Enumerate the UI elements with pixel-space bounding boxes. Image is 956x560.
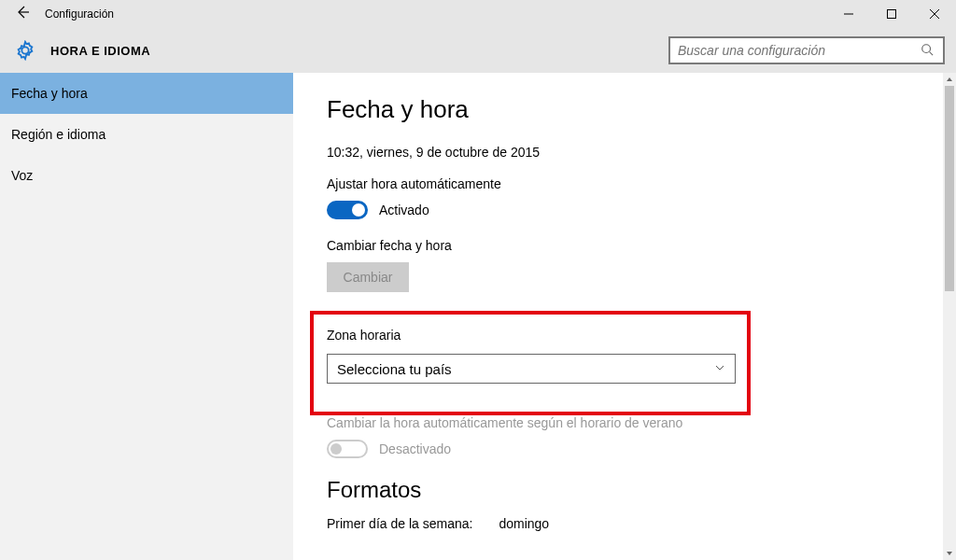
sidebar-item-fecha-hora[interactable]: Fecha y hora bbox=[0, 73, 293, 114]
window-title: Configuración bbox=[45, 7, 114, 21]
formats-heading: Formatos bbox=[327, 477, 943, 503]
scroll-down-arrow[interactable] bbox=[943, 547, 956, 560]
sidebar: Fecha y hora Región e idioma Voz bbox=[0, 73, 293, 560]
svg-line-5 bbox=[930, 52, 934, 56]
scrollbar[interactable] bbox=[943, 73, 956, 560]
page-heading: Fecha y hora bbox=[327, 95, 943, 124]
timezone-highlight: Zona horaria Selecciona tu país bbox=[310, 311, 751, 415]
scroll-up-arrow[interactable] bbox=[943, 73, 956, 86]
change-button: Cambiar bbox=[327, 262, 409, 292]
sidebar-item-region-idioma[interactable]: Región e idioma bbox=[0, 114, 293, 155]
timezone-label: Zona horaria bbox=[327, 328, 734, 343]
close-button[interactable] bbox=[913, 0, 956, 28]
change-datetime-label: Cambiar fecha y hora bbox=[327, 238, 943, 253]
auto-time-toggle[interactable] bbox=[327, 201, 368, 219]
svg-point-4 bbox=[922, 45, 931, 53]
timezone-value: Selecciona tu país bbox=[337, 361, 714, 377]
dst-state: Desactivado bbox=[379, 441, 451, 456]
dst-label: Cambiar la hora automáticamente según el… bbox=[327, 415, 943, 430]
search-box[interactable] bbox=[668, 36, 945, 64]
sidebar-item-label: Voz bbox=[11, 168, 33, 183]
gear-icon bbox=[13, 38, 37, 63]
content-pane: Fecha y hora 10:32, viernes, 9 de octubr… bbox=[293, 73, 943, 560]
section-title: HORA E IDIOMA bbox=[50, 44, 150, 58]
titlebar: Configuración bbox=[0, 0, 956, 28]
auto-time-label: Ajustar hora automáticamente bbox=[327, 176, 943, 191]
chevron-down-icon bbox=[714, 360, 725, 377]
scrollbar-thumb[interactable] bbox=[945, 86, 954, 291]
dst-toggle bbox=[327, 440, 368, 458]
header: HORA E IDIOMA bbox=[0, 28, 956, 73]
search-input[interactable] bbox=[678, 43, 921, 58]
auto-time-state: Activado bbox=[379, 203, 429, 217]
first-day-value: domingo bbox=[499, 516, 549, 531]
search-icon bbox=[921, 43, 935, 58]
minimize-button[interactable] bbox=[827, 0, 870, 28]
sidebar-item-label: Región e idioma bbox=[11, 127, 105, 142]
sidebar-item-label: Fecha y hora bbox=[11, 86, 88, 101]
first-day-label: Primer día de la semana: bbox=[327, 516, 472, 531]
maximize-button[interactable] bbox=[870, 0, 913, 28]
current-datetime: 10:32, viernes, 9 de octubre de 2015 bbox=[327, 145, 943, 160]
sidebar-item-voz[interactable]: Voz bbox=[0, 155, 293, 196]
timezone-dropdown[interactable]: Selecciona tu país bbox=[327, 354, 736, 384]
back-button[interactable] bbox=[0, 5, 45, 23]
svg-rect-1 bbox=[888, 10, 896, 19]
